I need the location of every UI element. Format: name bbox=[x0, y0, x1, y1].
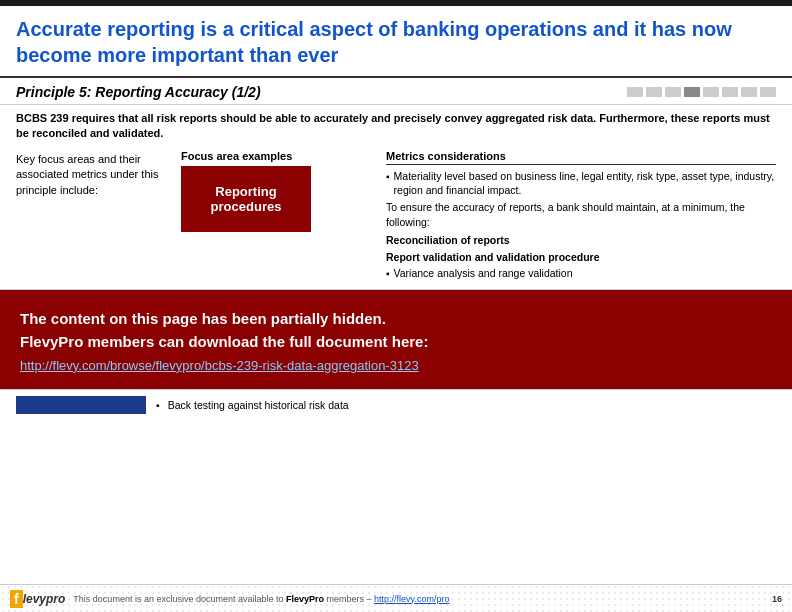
footer-logo: f levypro bbox=[10, 590, 65, 608]
metrics-header: Metrics considerations bbox=[386, 150, 776, 165]
metrics-section: Metrics considerations Materiality level… bbox=[376, 150, 776, 283]
bottom-snippet-text: Back testing against historical risk dat… bbox=[156, 399, 349, 411]
footer: f levypro This document is an exclusive … bbox=[0, 584, 792, 612]
footer-disclaimer: This document is an exclusive document a… bbox=[73, 594, 764, 604]
bottom-blue-bar bbox=[16, 396, 146, 414]
nav-dot-6[interactable] bbox=[722, 87, 738, 97]
page-title: Accurate reporting is a critical aspect … bbox=[16, 16, 776, 68]
footer-link[interactable]: http://flevy.com/pro bbox=[374, 594, 449, 604]
nav-dots bbox=[627, 87, 776, 97]
main-content: Key focus areas and their associated met… bbox=[0, 146, 792, 283]
nav-dot-5[interactable] bbox=[703, 87, 719, 97]
metrics-item-1: Materiality level based on business line… bbox=[386, 169, 776, 198]
metrics-item-2: To ensure the accuracy of reports, a ban… bbox=[386, 200, 776, 229]
nav-dot-1[interactable] bbox=[627, 87, 643, 97]
focus-area-section: Focus area examples Reporting procedures bbox=[181, 150, 376, 283]
hidden-overlay: The content on this page has been partia… bbox=[0, 290, 792, 389]
metrics-content: Materiality level based on business line… bbox=[386, 169, 776, 281]
left-panel-text: Key focus areas and their associated met… bbox=[16, 150, 181, 283]
focus-area-header: Focus area examples bbox=[181, 150, 376, 162]
logo-f-letter: f bbox=[10, 590, 23, 608]
principle-title: Principle 5: Reporting Accuracy (1/2) bbox=[16, 84, 261, 100]
metrics-heading-1: Reconciliation of reports bbox=[386, 233, 776, 248]
header-section: Accurate reporting is a critical aspect … bbox=[0, 6, 792, 78]
description-text: BCBS 239 requires that all risk reports … bbox=[0, 105, 792, 146]
hidden-link[interactable]: http://flevy.com/browse/flevypro/bcbs-23… bbox=[20, 358, 419, 373]
page-number: 16 bbox=[772, 594, 782, 604]
hidden-text-2: FlevyPro members can download the full d… bbox=[20, 333, 772, 350]
nav-dot-8[interactable] bbox=[760, 87, 776, 97]
bottom-bullet-icon bbox=[156, 399, 164, 411]
principle-bar: Principle 5: Reporting Accuracy (1/2) bbox=[0, 78, 792, 105]
reporting-procedures-box[interactable]: Reporting procedures bbox=[181, 166, 311, 232]
logo-text: levypro bbox=[23, 592, 66, 606]
nav-dot-3[interactable] bbox=[665, 87, 681, 97]
nav-dot-4[interactable] bbox=[684, 87, 700, 97]
bottom-snippet: Back testing against historical risk dat… bbox=[0, 389, 792, 420]
nav-dot-7[interactable] bbox=[741, 87, 757, 97]
metrics-heading-2: Report validation and validation procedu… bbox=[386, 250, 776, 265]
nav-dot-2[interactable] bbox=[646, 87, 662, 97]
hidden-text-1: The content on this page has been partia… bbox=[20, 310, 772, 327]
metrics-item-3: Variance analysis and range validation bbox=[386, 266, 776, 281]
